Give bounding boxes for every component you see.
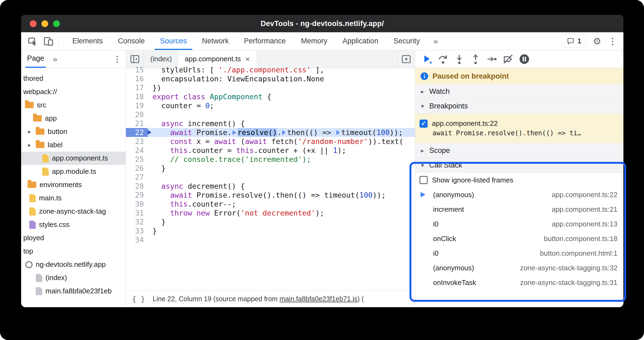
tree-item-styles-css[interactable]: styles.css	[21, 218, 126, 231]
code-editor[interactable]: 15 styleUrls: [ './app.component.css' ],…	[126, 65, 415, 290]
tree-item-main-fa8bfa0e23f1eb[interactable]: main.fa8bfa0e23f1eb	[21, 284, 126, 298]
line-number[interactable]: 16	[126, 74, 148, 83]
tree-item-webpack-[interactable]: webpack://	[21, 85, 126, 98]
format-code-button[interactable]: { }	[132, 295, 145, 303]
line-number[interactable]: 15	[126, 65, 148, 74]
step-icon[interactable]	[486, 53, 498, 65]
code-token: 100	[376, 128, 390, 137]
disclosure-icon[interactable]: ▸	[27, 128, 32, 135]
more-tabs-button[interactable]: »	[427, 32, 444, 50]
chevron-down-icon[interactable]: ▾	[419, 103, 425, 110]
line-number[interactable]: 28	[126, 182, 148, 191]
callstack-section-label: Call Stack	[429, 161, 462, 169]
tree-item-environments[interactable]: environments	[21, 178, 126, 191]
tree-item-app[interactable]: app	[21, 112, 126, 125]
inspect-element-icon[interactable]	[25, 32, 41, 50]
scope-section-header[interactable]: ▸ Scope	[415, 143, 623, 158]
frame-function-name: i0	[433, 249, 438, 258]
async-step-marker[interactable]	[282, 130, 286, 135]
tab-memory[interactable]: Memory	[293, 32, 335, 50]
callstack-section-header[interactable]: ▾ Call Stack	[415, 158, 623, 173]
line-number[interactable]: 33	[126, 226, 148, 235]
tree-item-ployed[interactable]: ployed	[21, 231, 126, 245]
callstack-frame[interactable]: onClickbutton.component.ts:18	[415, 231, 623, 246]
zoom-window-button[interactable]	[53, 20, 60, 27]
line-number[interactable]: 24	[126, 146, 148, 155]
chevron-down-icon[interactable]: ▾	[419, 162, 425, 169]
callstack-frame[interactable]: i0app.component.ts:13	[415, 217, 623, 231]
line-number[interactable]: 20	[126, 110, 148, 119]
line-number[interactable]: 30	[126, 200, 148, 209]
breakpoint-entry[interactable]: ✓ app.component.ts:22 await Promise.reso…	[415, 114, 623, 143]
tree-item-ng-devtools-netlify-app[interactable]: ng-devtools.netlify.app	[21, 258, 126, 271]
source-map-link[interactable]: main.fa8bfa0e23f1eb71.js	[279, 295, 357, 303]
close-tab-icon[interactable]: ×	[245, 55, 250, 63]
deactivate-breakpoints-icon[interactable]	[502, 53, 514, 65]
line-number[interactable]: 32	[126, 217, 148, 226]
chevron-right-icon[interactable]: ▸	[419, 147, 425, 154]
pause-on-exceptions-icon[interactable]	[518, 53, 531, 65]
code-token: new	[197, 209, 210, 217]
tree-item-main-ts[interactable]: main.ts	[21, 191, 126, 205]
tree-item-label: main.ts	[39, 194, 62, 202]
tree-item-app-module-ts[interactable]: app.module.ts	[21, 165, 126, 178]
resume-script-icon[interactable]	[421, 53, 433, 65]
breakpoints-section-header[interactable]: ▾ Breakpoints	[415, 99, 623, 114]
line-number[interactable]: 29	[126, 191, 148, 200]
callstack-frame[interactable]: onInvokeTaskzone-async-stack-tagging.ts:…	[415, 275, 623, 290]
step-into-icon[interactable]	[453, 53, 466, 65]
code-token	[152, 137, 170, 146]
issues-button[interactable]: 1	[562, 34, 586, 48]
line-number[interactable]: 19	[126, 101, 148, 110]
chevron-right-icon[interactable]: ▸	[419, 88, 425, 95]
device-toolbar-icon[interactable]	[41, 32, 56, 50]
line-number[interactable]: 27	[126, 173, 148, 182]
step-out-icon[interactable]	[469, 53, 482, 65]
tree-item-src[interactable]: src	[21, 98, 126, 112]
line-number[interactable]: 31	[126, 209, 148, 217]
line-number[interactable]: 17	[126, 83, 148, 92]
settings-gear-icon[interactable]: ⚙	[593, 37, 601, 46]
line-number[interactable]: 34	[126, 235, 148, 244]
tab-performance[interactable]: Performance	[236, 32, 294, 50]
line-number[interactable]: 21	[126, 119, 148, 128]
callstack-frame[interactable]: i0button.component.html:1	[415, 246, 623, 261]
info-icon: i	[421, 72, 428, 80]
tree-item-app-component-ts[interactable]: app.component.ts	[21, 152, 126, 165]
tree-item-zone-async-stack-tag[interactable]: zone-async-stack-tag	[21, 205, 126, 218]
line-number[interactable]: 25	[126, 155, 148, 164]
tab-elements[interactable]: Elements	[65, 32, 110, 50]
async-step-marker[interactable]	[336, 130, 340, 135]
tab-network[interactable]: Network	[194, 32, 236, 50]
line-number[interactable]: 22	[126, 128, 148, 137]
tree-item-button[interactable]: ▸button	[21, 125, 126, 138]
breakpoint-checkbox[interactable]: ✓	[419, 120, 428, 128]
tab-console[interactable]: Console	[110, 32, 152, 50]
tree-item--index-[interactable]: (index)	[21, 271, 126, 284]
tab-sources[interactable]: Sources	[152, 32, 194, 50]
callstack-frame[interactable]: incrementapp.component.ts:21	[415, 202, 623, 217]
tree-item-label[interactable]: ▸label	[21, 138, 126, 152]
file-tree: thoredwebpack://srcapp▸button▸labelapp.c…	[21, 68, 126, 307]
minimize-window-button[interactable]	[41, 20, 48, 27]
line-number[interactable]: 23	[126, 137, 148, 146]
callstack-frame[interactable]: (anonymous)zone-async-stack-tagging.ts:3…	[415, 261, 623, 275]
disclosure-icon[interactable]: ▸	[27, 142, 32, 149]
tab-application[interactable]: Application	[335, 32, 386, 50]
code-line-text: }	[148, 226, 157, 235]
show-ignore-listed-checkbox[interactable]	[419, 176, 428, 184]
async-step-marker[interactable]	[233, 130, 236, 135]
close-window-button[interactable]	[30, 20, 37, 27]
kebab-menu-icon[interactable]: ⋮	[608, 36, 617, 46]
watch-section-header[interactable]: ▸ Watch	[415, 84, 623, 99]
tree-item-top[interactable]: top	[21, 245, 126, 258]
navigator-kebab-icon[interactable]: ⋮	[113, 50, 121, 68]
line-number[interactable]: 26	[126, 164, 148, 173]
tab-security[interactable]: Security	[386, 32, 428, 50]
line-number[interactable]: 18	[126, 92, 148, 101]
more-navigator-tabs-button[interactable]: »	[53, 50, 57, 68]
tab-page[interactable]: Page	[25, 50, 46, 68]
step-over-icon[interactable]	[437, 53, 449, 65]
tree-item-thored[interactable]: thored	[21, 72, 126, 85]
callstack-frame[interactable]: (anonymous)app.component.ts:22	[415, 187, 623, 202]
